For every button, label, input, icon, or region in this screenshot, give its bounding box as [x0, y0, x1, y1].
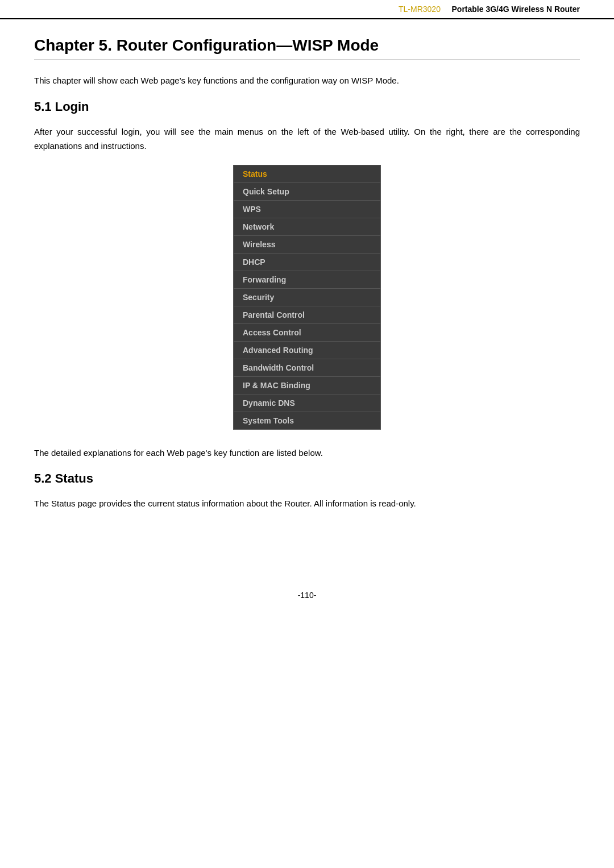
section-51-body: After your successful login, you will se… — [34, 124, 580, 153]
menu-item-advanced-routing[interactable]: Advanced Routing — [234, 342, 380, 359]
page-footer: -110- — [0, 579, 614, 611]
menu-item-dhcp[interactable]: DHCP — [234, 254, 380, 271]
section-52-body: The Status page provides the current sta… — [34, 496, 580, 511]
main-content: Chapter 5. Router Configuration—WISP Mod… — [0, 19, 614, 556]
header-bar: TL-MR3020 Portable 3G/4G Wireless N Rout… — [0, 0, 614, 19]
menu-item-ip-and-mac-binding[interactable]: IP & MAC Binding — [234, 377, 380, 394]
intro-text: This chapter will show each Web page's k… — [34, 73, 580, 88]
menu-item-wps[interactable]: WPS — [234, 201, 380, 218]
menu-item-dynamic-dns[interactable]: Dynamic DNS — [234, 394, 380, 412]
menu-item-wireless[interactable]: Wireless — [234, 236, 380, 254]
section-51-heading: 5.1 Login — [34, 99, 580, 114]
menu-item-bandwidth-control[interactable]: Bandwidth Control — [234, 359, 380, 377]
chapter-title: Chapter 5. Router Configuration—WISP Mod… — [34, 36, 580, 60]
section-51-footer: The detailed explanations for each Web p… — [34, 446, 580, 460]
section-52-heading: 5.2 Status — [34, 471, 580, 486]
header-model: TL-MR3020 Portable 3G/4G Wireless N Rout… — [399, 5, 580, 14]
menu-item-quick-setup[interactable]: Quick Setup — [234, 183, 380, 201]
menu-item-security[interactable]: Security — [234, 289, 380, 306]
page-container: TL-MR3020 Portable 3G/4G Wireless N Rout… — [0, 0, 614, 868]
menu-item-parental-control[interactable]: Parental Control — [234, 306, 380, 324]
menu-item-forwarding[interactable]: Forwarding — [234, 271, 380, 289]
menu-item-status[interactable]: Status — [234, 165, 380, 183]
menu-item-network[interactable]: Network — [234, 218, 380, 236]
model-name: TL-MR3020 — [399, 5, 441, 14]
menu-container: StatusQuick SetupWPSNetworkWirelessDHCPF… — [34, 165, 580, 430]
menu-item-access-control[interactable]: Access Control — [234, 324, 380, 342]
page-number: -110- — [298, 591, 317, 600]
menu-item-system-tools[interactable]: System Tools — [234, 412, 380, 429]
nav-menu: StatusQuick SetupWPSNetworkWirelessDHCPF… — [233, 165, 381, 430]
model-description: Portable 3G/4G Wireless N Router — [452, 5, 580, 14]
